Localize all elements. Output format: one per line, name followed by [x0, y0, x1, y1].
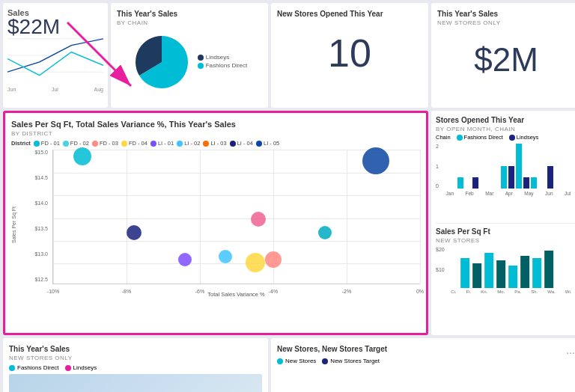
- new-stores-title-block: New Stores, New Stores Target: [277, 344, 387, 354]
- sqft-bar-svg: [446, 247, 575, 288]
- sqft-title: Sales Per Sq Ft: [436, 227, 575, 236]
- svg-rect-18: [544, 251, 553, 288]
- svg-rect-11: [460, 258, 469, 288]
- grid-v-1: [127, 150, 127, 284]
- bubble-li03: [318, 226, 332, 239]
- card-this-years-sales-new: This Year's Sales NEW STORES ONLY $2M: [431, 3, 575, 108]
- sqft-section: Sales Per Sq Ft NEW STORES $20 $10: [436, 223, 575, 331]
- fd-legend-label: Fashions Direct: [464, 134, 503, 141]
- y-tick-145: $14.5: [34, 175, 48, 180]
- grid-v-5: [420, 150, 421, 284]
- grid-h-1: [53, 173, 420, 174]
- new-stores-target-legend-item: New Stores Target: [322, 358, 380, 364]
- fd-bottom-label: Fashions Direct: [17, 364, 59, 371]
- scatter-header: Sales Per Sq Ft, Total Sales Variance %,…: [11, 119, 420, 137]
- legend-fd01: FD - 01: [34, 140, 60, 147]
- pie-subtitle: BY CHAIN: [117, 19, 262, 26]
- svg-rect-8: [523, 177, 529, 189]
- scatter-title: Sales Per Sq Ft, Total Sales Variance %,…: [11, 119, 420, 129]
- fd02-dot: [63, 141, 69, 147]
- y-tick-130: $13.0: [34, 251, 48, 257]
- x-tick-1: -8%: [122, 289, 131, 294]
- sales-big-number: $22M: [7, 16, 60, 37]
- bubble-fd01: [73, 147, 91, 165]
- fd04-dot: [121, 141, 127, 147]
- x-tick-4: -2%: [342, 289, 351, 294]
- new-stores-target-label: New Stores Target: [330, 358, 380, 364]
- pie-chart: [132, 32, 192, 92]
- fd03-label: FD - 03: [100, 140, 118, 147]
- grid-v-4: [347, 150, 347, 284]
- m-apr: Apr: [505, 191, 513, 196]
- legend-fd04: FD - 04: [121, 140, 147, 147]
- grid-h-3: [53, 218, 420, 219]
- y-tick-150: $15.0: [34, 150, 48, 155]
- li04-dot: [230, 141, 236, 147]
- y-axis-ticks: $15.0 $14.5 $14.0 $13.5 $13.0 $12.5: [19, 150, 49, 299]
- li-legend: Lindseys: [509, 134, 539, 141]
- m-jan: Jan: [446, 191, 454, 196]
- pie-container: Lindseys Fashions Direct: [117, 32, 262, 92]
- grid-h-5: [53, 263, 420, 264]
- scatter-plot-area: -10% -8% -6% -4% -2% 0%: [52, 150, 420, 284]
- card-right-column: Stores Opened This Year BY OPEN MONTH, C…: [431, 111, 575, 335]
- fd-bottom-legend: Fashions Direct: [9, 364, 59, 371]
- svg-rect-9: [531, 177, 537, 189]
- fd-legend-dot: [457, 135, 463, 141]
- sqft-wa: Wa.: [547, 290, 555, 294]
- district-label: District: [11, 140, 31, 147]
- m-mar: Mar: [485, 191, 493, 196]
- lindseys-dot: [198, 55, 204, 61]
- sqft-chart: $20 $10 Ci.: [436, 247, 575, 294]
- sqft-ci: Ci.: [451, 290, 456, 294]
- scatter-area: Sales Per Sq Ft $15.0 $14.5 $14.0 $13.5 …: [11, 150, 420, 299]
- li02-label: LI - 02: [184, 140, 200, 147]
- new-stores-dot: [277, 358, 283, 364]
- fd04-label: FD - 04: [129, 140, 147, 147]
- svg-rect-16: [520, 256, 529, 288]
- fd03-dot: [92, 141, 98, 147]
- fd-bottom-dot: [9, 365, 15, 371]
- m-may: May: [524, 191, 533, 196]
- sqft-x-labels: Ci. Fl. Kn. Mo. Pa. Sh. Wa. Wi.: [446, 290, 575, 294]
- sqft-kn: Kn.: [481, 290, 487, 294]
- svg-rect-12: [472, 263, 481, 288]
- x-tick-5: 0%: [416, 289, 424, 294]
- legend-li05: LI - 05: [256, 140, 279, 147]
- fd02-label: FD - 02: [70, 140, 89, 147]
- menu-dots[interactable]: ...: [566, 344, 575, 356]
- scatter-legend: District FD - 01 FD - 02 FD - 03 FD - 04…: [11, 140, 420, 147]
- pie-title: This Year's Sales: [117, 9, 262, 19]
- y1: 1: [436, 164, 439, 169]
- svg-rect-6: [508, 166, 514, 189]
- bottom-sales-legend: Fashions Direct Lindseys: [9, 364, 262, 371]
- svg-rect-14: [496, 260, 505, 288]
- stores-bar-chart: 2 1 0: [436, 144, 575, 196]
- stores-month-labels: Jan Feb Mar Apr May Jun Jul: [440, 191, 575, 196]
- sqft-y10: $10: [436, 267, 445, 272]
- sqft-y-axis: $20 $10: [436, 247, 446, 288]
- dashboard: Sales Jun Jul Aug $22M This Year's Sales…: [0, 0, 575, 392]
- bubble-li02: [219, 250, 232, 263]
- svg-rect-17: [532, 258, 541, 288]
- sqft-fl: Fl.: [466, 290, 472, 294]
- m-feb: Feb: [466, 191, 474, 196]
- fd01-label: FD - 01: [41, 140, 60, 147]
- legend-li02: LI - 02: [177, 140, 200, 147]
- y0: 0: [436, 183, 439, 189]
- sqft-subtitle: NEW STORES: [436, 237, 575, 244]
- legend-li03: LI - 03: [203, 140, 226, 147]
- legend-li01: LI - 01: [150, 140, 174, 147]
- card-new-stores-opened: New Stores Opened This Year 10: [271, 3, 428, 108]
- li01-label: LI - 01: [158, 140, 174, 147]
- new-stores-header: New Stores, New Stores Target ...: [277, 344, 575, 356]
- sales-new-value: $2M: [437, 41, 575, 79]
- li03-dot: [203, 141, 209, 147]
- month-aug: Aug: [94, 87, 103, 92]
- x-tick-0: -10%: [47, 289, 59, 294]
- y-tick-140: $14.0: [34, 200, 48, 206]
- fd-legend: Fashions Direct: [457, 134, 503, 141]
- pie-legend-item-fashions: Fashions Direct: [198, 62, 248, 69]
- sqft-sh: Sh.: [531, 290, 538, 294]
- li03-label: LI - 03: [210, 140, 226, 147]
